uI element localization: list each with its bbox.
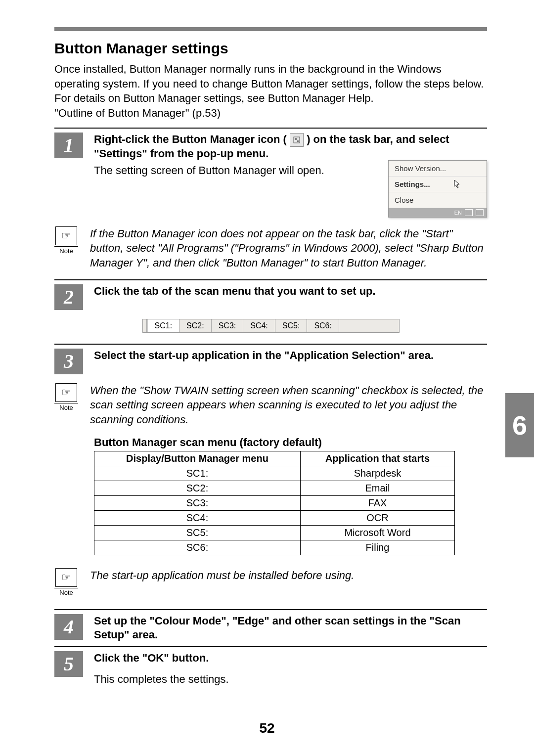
step-4: 4 Set up the "Colour Mode", "Edge" and o… bbox=[54, 609, 487, 642]
step-5-title: Click the "OK" button. bbox=[94, 651, 487, 666]
note-1-label: Note bbox=[54, 246, 78, 255]
systray: EN bbox=[389, 208, 487, 217]
note-3-label: Note bbox=[54, 588, 78, 596]
step-1-number: 1 bbox=[54, 133, 83, 158]
menu-item-settings[interactable]: Settings... bbox=[389, 177, 487, 192]
note-1: ☞ Note If the Button Manager icon does n… bbox=[54, 226, 487, 270]
systray-keyboard-icon bbox=[465, 209, 473, 216]
svg-rect-1 bbox=[295, 138, 297, 140]
step-2-title: Click the tab of the scan menu that you … bbox=[94, 284, 487, 299]
intro-text: Once installed, Button Manager normally … bbox=[54, 62, 487, 121]
cursor-icon bbox=[454, 179, 462, 190]
step-3-title: Select the start-up application in the "… bbox=[94, 349, 487, 363]
menu-item-settings-label: Settings... bbox=[395, 180, 430, 188]
table-caption: Button Manager scan menu (factory defaul… bbox=[94, 436, 487, 449]
note-hand-icon: ☞ bbox=[55, 226, 77, 245]
scan-tabs: SC1: SC2: SC3: SC4: SC5: SC6: bbox=[142, 319, 400, 333]
step-1-title-a: Right-click the Button Manager icon ( bbox=[94, 133, 287, 145]
button-manager-tray-icon bbox=[290, 133, 304, 147]
page-title: Button Manager settings bbox=[54, 40, 487, 57]
tab-sc1[interactable]: SC1: bbox=[147, 319, 180, 332]
tab-sc3[interactable]: SC3: bbox=[212, 319, 244, 332]
note-2: ☞ Note When the "Show TWAIN setting scre… bbox=[54, 383, 487, 427]
systray-app-icon bbox=[476, 209, 484, 216]
step-4-title: Set up the "Colour Mode", "Edge" and oth… bbox=[94, 614, 487, 642]
tab-sc2[interactable]: SC2: bbox=[179, 319, 212, 332]
tab-gutter bbox=[143, 319, 147, 332]
table-row: SC4:OCR bbox=[94, 510, 455, 525]
tab-sc4[interactable]: SC4: bbox=[243, 319, 275, 332]
table-row: SC6:Filing bbox=[94, 540, 455, 555]
step-3-number: 3 bbox=[54, 349, 83, 374]
note-2-label: Note bbox=[54, 403, 78, 411]
note-1-text: If the Button Manager icon does not appe… bbox=[90, 226, 487, 270]
note-3: ☞ Note The start-up application must be … bbox=[54, 568, 487, 596]
step-2-number: 2 bbox=[54, 284, 83, 310]
step-1: 1 Right-click the Button Manager icon ( … bbox=[54, 128, 487, 218]
defaults-table: Display/Button Manager menu Application … bbox=[94, 451, 455, 555]
chapter-tab: 6 bbox=[505, 393, 534, 457]
th-app: Application that starts bbox=[300, 451, 454, 466]
th-menu: Display/Button Manager menu bbox=[94, 451, 301, 466]
menu-item-close[interactable]: Close bbox=[389, 192, 487, 208]
tab-sc6[interactable]: SC6: bbox=[307, 319, 339, 332]
step-1-desc: The setting screen of Button Manager wil… bbox=[94, 163, 380, 178]
systray-lang: EN bbox=[454, 210, 462, 216]
table-row: SC3:FAX bbox=[94, 495, 455, 510]
step-5: 5 Click the "OK" button. This completes … bbox=[54, 646, 487, 687]
note-hand-icon: ☞ bbox=[55, 568, 77, 587]
menu-item-show-version[interactable]: Show Version... bbox=[389, 161, 487, 177]
context-menu: Show Version... Settings... Close EN bbox=[388, 160, 487, 218]
step-4-number: 4 bbox=[54, 614, 83, 640]
step-5-number: 5 bbox=[54, 651, 83, 677]
top-rule bbox=[54, 27, 487, 31]
table-row: SC5:Microsoft Word bbox=[94, 525, 455, 540]
note-2-text: When the "Show TWAIN setting screen when… bbox=[90, 383, 487, 427]
tab-sc5[interactable]: SC5: bbox=[275, 319, 308, 332]
table-row: SC1:Sharpdesk bbox=[94, 466, 455, 481]
note-3-text: The start-up application must be install… bbox=[90, 568, 487, 583]
step-5-desc: This completes the settings. bbox=[94, 672, 487, 687]
step-3: 3 Select the start-up application in the… bbox=[54, 344, 487, 374]
svg-rect-2 bbox=[297, 140, 299, 142]
step-1-title: Right-click the Button Manager icon ( ) … bbox=[94, 133, 487, 161]
step-2: 2 Click the tab of the scan menu that yo… bbox=[54, 279, 487, 310]
note-hand-icon: ☞ bbox=[55, 383, 77, 402]
table-row: SC2:Email bbox=[94, 481, 455, 495]
page-number: 52 bbox=[0, 720, 534, 736]
